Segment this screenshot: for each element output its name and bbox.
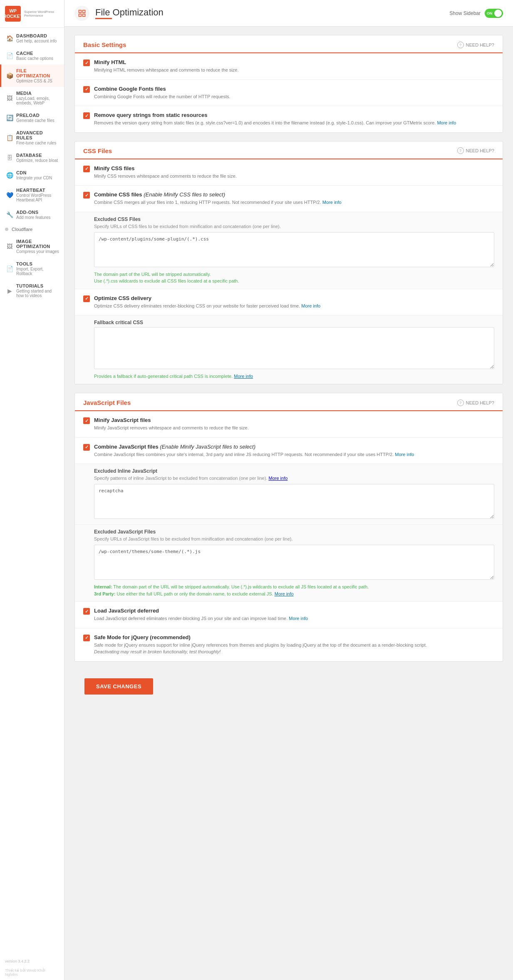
sidebar-item-database[interactable]: 🗄 DATABASE Optimize, reduce bloat xyxy=(0,149,64,166)
combine-js-more-info[interactable]: More info xyxy=(395,452,414,457)
sidebar-item-media[interactable]: 🖼 MEDIA LazyLoad, emojis, embeds, WebP xyxy=(0,87,64,109)
minify-html-label: Minify HTML xyxy=(94,59,238,65)
advanced-rules-icon: 📋 xyxy=(6,134,13,141)
sidebar-item-dashboard[interactable]: 🏠 DASHBOARD Get help, account info xyxy=(0,30,64,47)
sidebar-item-cdn[interactable]: 🌐 CDN Integrate your CDN xyxy=(0,166,64,184)
option-minify-js: ✓ Minify JavaScript files Minify JavaScr… xyxy=(75,411,503,438)
js-need-help[interactable]: ? NEED HELP? xyxy=(457,399,494,406)
checkbox-combine-google-fonts[interactable]: ✓ xyxy=(83,86,90,93)
excluded-css-desc: Specify URLs of CSS files to be excluded… xyxy=(94,224,494,229)
fallback-css-field: Fallback critical CSS Provides a fallbac… xyxy=(75,315,503,384)
remove-query-strings-label: Remove query strings from static resourc… xyxy=(94,112,456,118)
checkbox-safe-mode-jquery[interactable]: ✓ xyxy=(83,635,90,641)
addons-icon: 🔧 xyxy=(6,211,13,218)
sidebar-item-tutorials[interactable]: ▶ TUTORIALS Getting started and how to v… xyxy=(0,280,64,302)
option-combine-js: ✓ Combine JavaScript files (Enable Minif… xyxy=(75,438,503,464)
js-files-section: JavaScript Files ? NEED HELP? ✓ xyxy=(74,393,503,662)
combine-js-label: Combine JavaScript files (Enable Minify … xyxy=(94,444,414,450)
checkbox-combine-css[interactable]: ✓ xyxy=(83,192,90,198)
media-icon: 🖼 xyxy=(6,95,13,102)
css-files-header: CSS Files ? NEED HELP? xyxy=(75,141,503,159)
combine-css-desc: Combine CSS merges all your files into 1… xyxy=(94,199,342,206)
excluded-inline-js-textarea[interactable]: recaptcha xyxy=(94,484,494,519)
optimize-css-more-info[interactable]: More info xyxy=(301,303,320,308)
version-label: version 3.4.2.2 xyxy=(0,956,64,967)
excluded-js-files-title: Excluded JavaScript Files xyxy=(94,529,494,535)
minify-js-label: Minify JavaScript files xyxy=(94,417,249,423)
checkbox-minify-js[interactable]: ✓ xyxy=(83,417,90,424)
heartbeat-icon: 💙 xyxy=(6,192,13,198)
excluded-inline-js-title: Excluded Inline JavaScript xyxy=(94,468,494,474)
sidebar-item-cache[interactable]: 📄 CACHE Basic cache options xyxy=(0,47,64,65)
load-js-deferred-more-info[interactable]: More info xyxy=(289,616,308,621)
checkbox-minify-html[interactable]: ✓ xyxy=(83,60,90,66)
main-content: File Optimization Show Sidebar ON Basic … xyxy=(64,0,513,980)
option-minify-html: ✓ Minify HTML Minifying HTML removes whi… xyxy=(75,53,503,80)
option-combine-google-fonts: ✓ Combine Google Fonts files Combining G… xyxy=(75,80,503,107)
checkbox-remove-query-strings[interactable]: ✓ xyxy=(83,112,90,119)
basic-settings-need-help[interactable]: ? NEED HELP? xyxy=(457,42,494,48)
preload-icon: 🔄 xyxy=(6,114,13,121)
show-sidebar-label: Show Sidebar xyxy=(449,10,481,16)
excluded-css-textarea[interactable]: /wp-content/plugins/some-plugin/(.*).css xyxy=(94,232,494,267)
svg-rect-1 xyxy=(83,10,85,12)
save-section: SAVE CHANGES xyxy=(74,670,503,707)
cloudflare-dot xyxy=(5,228,8,231)
svg-rect-2 xyxy=(83,14,85,16)
basic-settings-title: Basic Settings xyxy=(83,41,126,48)
excluded-css-helper: The domain part of the URL will be strip… xyxy=(94,271,494,285)
combine-css-label: Combine CSS files (Enable Minify CSS fil… xyxy=(94,191,342,198)
fallback-css-more-info[interactable]: More info xyxy=(234,374,253,379)
excluded-css-field: Excluded CSS Files Specify URLs of CSS f… xyxy=(75,212,503,289)
excluded-js-more-info[interactable]: More info xyxy=(275,591,294,596)
option-optimize-css-delivery: ✓ Optimize CSS delivery Optimize CSS del… xyxy=(75,289,503,316)
content-area: Basic Settings ? NEED HELP? ✓ xyxy=(64,27,513,980)
combine-google-fonts-label: Combine Google Fonts files xyxy=(94,86,230,92)
checkbox-minify-css[interactable]: ✓ xyxy=(83,166,90,172)
cdn-icon: 🌐 xyxy=(6,172,13,179)
css-need-help[interactable]: ? NEED HELP? xyxy=(457,147,494,154)
fallback-css-textarea[interactable] xyxy=(94,327,494,369)
js-need-help-icon: ? xyxy=(457,399,464,406)
remove-query-strings-more-info[interactable]: More info xyxy=(437,120,456,125)
minify-css-label: Minify CSS files xyxy=(94,165,237,171)
sidebar-nav: 🏠 DASHBOARD Get help, account info 📄 CAC… xyxy=(0,28,64,956)
show-sidebar-toggle[interactable]: ON xyxy=(485,9,503,18)
sidebar-item-file-optimization[interactable]: 📦 FILE OPTIMIZATION Optimize CSS & JS xyxy=(0,65,64,87)
css-files-body: ✓ Minify CSS files Minify CSS removes wh… xyxy=(75,159,503,385)
tutorials-icon: ▶ xyxy=(6,288,13,294)
basic-settings-section: Basic Settings ? NEED HELP? ✓ xyxy=(74,35,503,133)
page-title: File Optimization xyxy=(95,7,164,18)
page-header: File Optimization Show Sidebar ON xyxy=(64,0,513,27)
sidebar-item-preload[interactable]: 🔄 PRELOAD Generate cache files xyxy=(0,109,64,127)
excluded-js-files-textarea[interactable]: /wp-content/themes/some-theme/(.*).js xyxy=(94,545,494,580)
excluded-css-title: Excluded CSS Files xyxy=(94,216,494,222)
optimize-css-delivery-desc: Optimize CSS delivery eliminates render-… xyxy=(94,303,320,310)
sidebar-item-addons[interactable]: 🔧 ADD-ONS Add more features xyxy=(0,206,64,223)
excluded-inline-js-more-info[interactable]: More info xyxy=(268,476,287,481)
cache-icon: 📄 xyxy=(6,52,13,59)
save-changes-button[interactable]: SAVE CHANGES xyxy=(84,678,153,695)
css-need-help-icon: ? xyxy=(457,147,464,154)
sidebar-item-heartbeat[interactable]: 💙 HEARTBEAT Control WordPress Heartbeat … xyxy=(0,184,64,206)
combine-css-more-info[interactable]: More info xyxy=(322,200,342,205)
safe-mode-jquery-label: Safe Mode for jQuery (recommended) xyxy=(94,634,427,640)
sidebar-item-cloudflare[interactable]: Cloudflare xyxy=(0,223,64,235)
excluded-js-files-helper: Internal: The domain part of the URL wil… xyxy=(94,583,494,597)
svg-rect-3 xyxy=(79,14,82,16)
checkbox-combine-js[interactable]: ✓ xyxy=(83,444,90,451)
sidebar-item-tools[interactable]: 📄 TOOLS Import, Export, Rollback xyxy=(0,258,64,280)
checkbox-load-js-deferred[interactable]: ✓ xyxy=(83,608,90,615)
minify-html-desc: Minifying HTML removes whitespace and co… xyxy=(94,67,238,74)
excluded-inline-js-desc: Specify patterns of inline JavaScript to… xyxy=(94,476,494,481)
sidebar-item-image-optimization[interactable]: 🖼 IMAGE OPTIMIZATION Compress your image… xyxy=(0,235,64,258)
header-icon xyxy=(74,6,89,21)
js-files-header: JavaScript Files ? NEED HELP? xyxy=(75,393,503,411)
database-icon: 🗄 xyxy=(6,154,13,161)
excluded-js-files-field: Excluded JavaScript Files Specify URLs o… xyxy=(75,525,503,602)
checkbox-optimize-css-delivery[interactable]: ✓ xyxy=(83,295,90,302)
sidebar-item-advanced-rules[interactable]: 📋 ADVANCED RULES Fine-tune cache rules xyxy=(0,127,64,149)
remove-query-strings-desc: Removes the version query string from st… xyxy=(94,119,456,127)
fallback-css-title: Fallback critical CSS xyxy=(94,320,494,325)
option-minify-css: ✓ Minify CSS files Minify CSS removes wh… xyxy=(75,159,503,186)
